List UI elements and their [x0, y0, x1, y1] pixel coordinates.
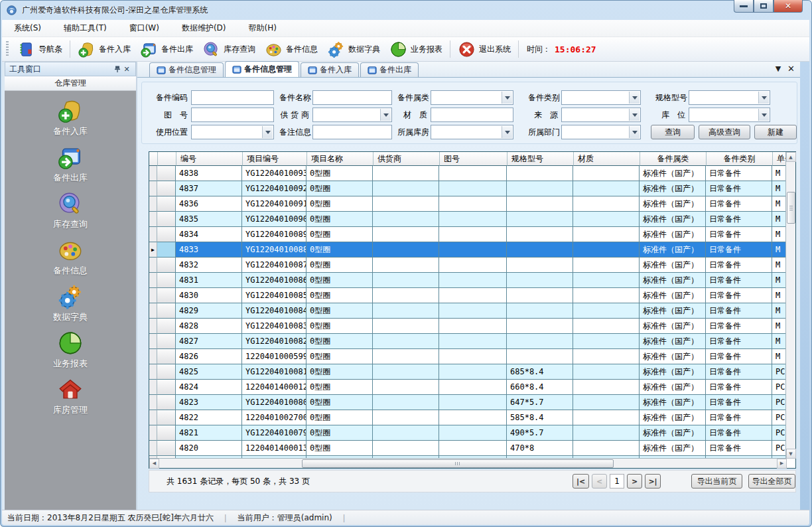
cell[interactable]: 日常备件 — [706, 334, 772, 349]
row-header-cell[interactable] — [157, 395, 176, 410]
combo-dropdown-icon[interactable] — [380, 109, 391, 121]
cell[interactable] — [373, 441, 439, 456]
menu-item-3[interactable]: 数据维护(D) — [182, 23, 226, 34]
cell[interactable]: M — [772, 196, 787, 212]
cell[interactable]: 标准件（国产） — [640, 181, 706, 196]
cell[interactable]: 日常备件 — [706, 227, 772, 242]
table-row[interactable]: 4825YG122040100810型圈685*8.4标准件（国产）日常备件PC — [149, 364, 795, 380]
cell[interactable] — [573, 288, 640, 303]
cell[interactable]: 4830 — [176, 288, 242, 303]
sidebar-item-stock-out[interactable]: 备件出库 — [31, 144, 110, 190]
menu-item-0[interactable]: 系统(S) — [14, 23, 41, 34]
cell[interactable]: YG12204010081 — [242, 364, 306, 380]
sidebar-close-icon[interactable]: ✕ — [122, 64, 131, 74]
cell[interactable]: 标准件（国产） — [640, 196, 706, 212]
tab-1-active[interactable]: 备件信息管理 — [225, 61, 299, 77]
cell[interactable] — [439, 319, 507, 334]
cell[interactable]: 4826 — [176, 349, 242, 364]
cell[interactable]: 0型圈 — [306, 212, 373, 227]
row-header-cell[interactable] — [157, 181, 176, 196]
cell[interactable] — [507, 181, 573, 196]
table-row[interactable]: 4831YG122040100860型圈标准件（国产）日常备件M — [149, 273, 795, 288]
menu-item-2[interactable]: 窗口(W) — [129, 23, 159, 34]
next-page-button[interactable]: > — [627, 474, 642, 489]
grid-vertical-scrollbar[interactable]: ▲ ▼ — [785, 152, 795, 459]
cell[interactable]: PC — [772, 364, 787, 380]
cell[interactable] — [507, 319, 573, 334]
table-row[interactable]: 4828YG122040100830型圈标准件（国产）日常备件M — [149, 319, 795, 334]
combo-field[interactable] — [689, 90, 770, 105]
table-row[interactable]: 482412204014000120型圈660*8.4标准件（国产）日常备件PC — [149, 380, 795, 395]
row-header-cell[interactable] — [157, 441, 176, 456]
cell[interactable]: M — [772, 334, 787, 349]
tab-0[interactable]: 备件信息管理 — [149, 62, 224, 77]
cell[interactable]: 4823 — [176, 395, 242, 410]
table-row[interactable]: 482012204014000130型圈470*8标准件（国产）日常备件PC — [149, 441, 795, 456]
cell[interactable]: M — [772, 273, 787, 288]
toolbar-button-stock-out[interactable]: 备件出库 — [135, 38, 198, 60]
combo-dropdown-icon[interactable] — [629, 92, 640, 104]
column-header-6[interactable]: 图号 — [440, 152, 508, 166]
cell[interactable] — [507, 258, 573, 273]
cell[interactable]: 4829 — [176, 303, 242, 319]
cell[interactable] — [373, 212, 439, 227]
cell[interactable]: 585*8.4 — [507, 410, 573, 425]
tab-list-dropdown-icon[interactable]: ▼ — [776, 64, 781, 74]
cell[interactable]: M — [772, 288, 787, 303]
cell[interactable]: 标准件（国产） — [640, 288, 706, 303]
row-header-cell[interactable] — [157, 166, 176, 181]
cell[interactable] — [573, 441, 640, 456]
cell[interactable] — [439, 395, 507, 410]
table-row-selected[interactable]: ▶4833YG122040100880型圈标准件（国产）日常备件M — [149, 242, 795, 258]
row-header-cell[interactable] — [157, 288, 176, 303]
combo-dropdown-icon[interactable] — [629, 109, 640, 121]
column-header-7[interactable]: 规格型号 — [508, 152, 574, 166]
sidebar-item-stock-in[interactable]: 备件入库 — [31, 98, 110, 144]
sidebar-item-warehouse[interactable]: 库房管理 — [31, 376, 110, 423]
row-header-cell[interactable] — [157, 319, 176, 334]
cell[interactable]: 标准件（国产） — [640, 349, 706, 364]
cell[interactable]: YG12204010089 — [242, 227, 306, 242]
cell[interactable]: 4821 — [176, 425, 242, 441]
cell[interactable] — [439, 425, 507, 441]
cell[interactable] — [439, 181, 507, 196]
cell[interactable]: 日常备件 — [706, 319, 772, 334]
cell[interactable]: 日常备件 — [706, 288, 772, 303]
new-button[interactable]: 新建 — [754, 125, 797, 139]
table-row[interactable]: 482212204010027000型圈585*8.4标准件（国产）日常备件PC — [149, 410, 795, 425]
cell[interactable]: 日常备件 — [706, 441, 772, 456]
cell[interactable]: YG12204010083 — [242, 319, 306, 334]
cell[interactable] — [573, 380, 640, 395]
cell[interactable]: 1220401400013 — [242, 441, 306, 456]
cell[interactable]: 4832 — [176, 258, 242, 273]
cell[interactable]: 日常备件 — [706, 410, 772, 425]
cell[interactable]: 标准件（国产） — [640, 303, 706, 319]
cell[interactable]: 日常备件 — [706, 273, 772, 288]
cell[interactable] — [507, 227, 573, 242]
cell[interactable] — [507, 196, 573, 212]
cell[interactable] — [439, 273, 507, 288]
row-header-cell[interactable] — [157, 212, 176, 227]
cell[interactable] — [573, 196, 640, 212]
cell[interactable] — [573, 425, 640, 441]
cell[interactable]: PC — [772, 395, 787, 410]
toolbar-grip[interactable] — [6, 41, 9, 57]
text-input[interactable] — [191, 90, 274, 105]
cell[interactable] — [439, 166, 507, 181]
cell[interactable]: 0型圈 — [306, 181, 373, 196]
toolbar-button-navigator[interactable]: 导航条 — [13, 38, 67, 60]
cell[interactable]: 4835 — [176, 212, 242, 227]
table-row[interactable]: 4837YG122040100920型圈标准件（国产）日常备件M — [149, 181, 795, 196]
scroll-left-icon[interactable]: ◀ — [149, 459, 159, 469]
sidebar-item-data-dictionary[interactable]: 数据字典 — [31, 283, 110, 330]
cell[interactable] — [439, 288, 507, 303]
cell[interactable]: 0型圈 — [306, 227, 373, 242]
cell[interactable]: 标准件（国产） — [640, 364, 706, 380]
cell[interactable]: M — [772, 181, 787, 196]
text-input[interactable] — [312, 90, 392, 105]
cell[interactable] — [507, 288, 573, 303]
cell[interactable]: 标准件（国产） — [640, 166, 706, 181]
cell[interactable] — [373, 364, 439, 380]
cell[interactable]: 0型圈 — [306, 364, 373, 380]
cell[interactable]: YG12204010091 — [242, 196, 306, 212]
